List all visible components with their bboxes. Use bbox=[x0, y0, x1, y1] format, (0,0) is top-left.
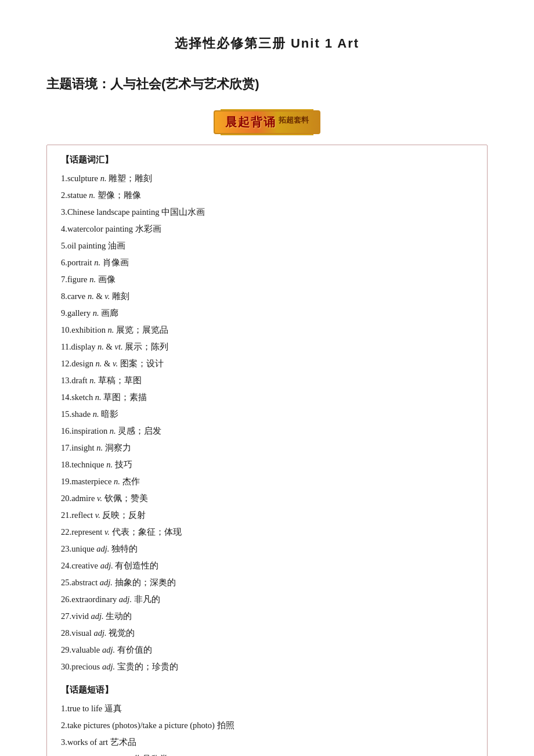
banner-subtitle: 拓超套料 bbox=[279, 116, 309, 124]
vocab-item: 12.design n. & v. 图案；设计 bbox=[61, 355, 473, 372]
vocab-item: 3.Chinese landscape painting 中国山水画 bbox=[61, 204, 473, 221]
vocab-item: 23.unique adj. 独特的 bbox=[61, 541, 473, 557]
vocab-item: 25.abstract adj. 抽象的；深奥的 bbox=[61, 574, 473, 591]
vocab-item: 21.reflect v. 反映；反射 bbox=[61, 507, 473, 524]
banner-border-top bbox=[221, 109, 313, 110]
phrases-section-title: 【话题短语】 bbox=[61, 685, 473, 696]
vocab-item: 7.figure n. 画像 bbox=[61, 271, 473, 288]
vocab-item: 13.draft n. 草稿；草图 bbox=[61, 372, 473, 389]
vocab-item: 19.masterpiece n. 杰作 bbox=[61, 473, 473, 490]
phrases-section: 【话题短语】 1.true to life 逼真2.take pictures … bbox=[61, 685, 473, 756]
vocab-item: 8.carve n. & v. 雕刻 bbox=[61, 288, 473, 305]
phrase-item: 4.works appreciation 作品欣赏 bbox=[61, 751, 473, 756]
vocab-item: 22.represent v. 代表；象征；体现 bbox=[61, 524, 473, 541]
phrases-list: 1.true to life 逼真2.take pictures (photos… bbox=[61, 700, 473, 756]
vocab-item: 10.exhibition n. 展览；展览品 bbox=[61, 322, 473, 339]
vocab-item: 18.technique n. 技巧 bbox=[61, 456, 473, 473]
vocab-section-title: 【话题词汇】 bbox=[61, 154, 473, 165]
main-title: 选择性必修第三册 Unit 1 Art bbox=[46, 35, 488, 52]
vocab-item: 14.sketch n. 草图；素描 bbox=[61, 389, 473, 406]
phrase-item: 2.take pictures (photos)/take a picture … bbox=[61, 717, 473, 734]
vocab-item: 16.inspiration n. 灵感；启发 bbox=[61, 423, 473, 440]
vocab-item: 6.portrait n. 肖像画 bbox=[61, 254, 473, 271]
vocab-item: 17.insight n. 洞察力 bbox=[61, 440, 473, 456]
vocab-item: 11.display n. & vt. 展示；陈列 bbox=[61, 339, 473, 355]
banner: 晨起背诵拓超套料 bbox=[214, 110, 320, 134]
vocab-item: 20.admire v. 钦佩；赞美 bbox=[61, 490, 473, 507]
vocab-item: 29.valuable adj. 有价值的 bbox=[61, 642, 473, 658]
vocab-item: 15.shade n. 暗影 bbox=[61, 406, 473, 423]
vocab-item: 1.sculpture n. 雕塑；雕刻 bbox=[61, 170, 473, 187]
vocab-item: 4.watercolor painting 水彩画 bbox=[61, 221, 473, 237]
vocab-item: 24.creative adj. 有创造性的 bbox=[61, 557, 473, 574]
banner-wrapper: 晨起背诵拓超套料 bbox=[46, 110, 488, 134]
theme-title: 主题语境：人与社会(艺术与艺术欣赏) bbox=[46, 75, 488, 93]
vocab-item: 5.oil painting 油画 bbox=[61, 237, 473, 254]
phrase-item: 3.works of art 艺术品 bbox=[61, 734, 473, 751]
vocab-item: 27.vivid adj. 生动的 bbox=[61, 608, 473, 625]
banner-border-bottom bbox=[221, 134, 313, 135]
vocab-list: 1.sculpture n. 雕塑；雕刻2.statue n. 塑像；雕像3.C… bbox=[61, 170, 473, 675]
vocab-item: 30.precious adj. 宝贵的；珍贵的 bbox=[61, 658, 473, 675]
vocab-item: 2.statue n. 塑像；雕像 bbox=[61, 187, 473, 204]
vocab-item: 28.visual adj. 视觉的 bbox=[61, 625, 473, 642]
banner-text: 晨起背诵 bbox=[225, 116, 276, 128]
phrase-item: 1.true to life 逼真 bbox=[61, 700, 473, 717]
vocab-item: 9.gallery n. 画廊 bbox=[61, 305, 473, 322]
content-box: 【话题词汇】 1.sculpture n. 雕塑；雕刻2.statue n. 塑… bbox=[46, 145, 488, 756]
vocab-item: 26.extraordinary adj. 非凡的 bbox=[61, 591, 473, 608]
